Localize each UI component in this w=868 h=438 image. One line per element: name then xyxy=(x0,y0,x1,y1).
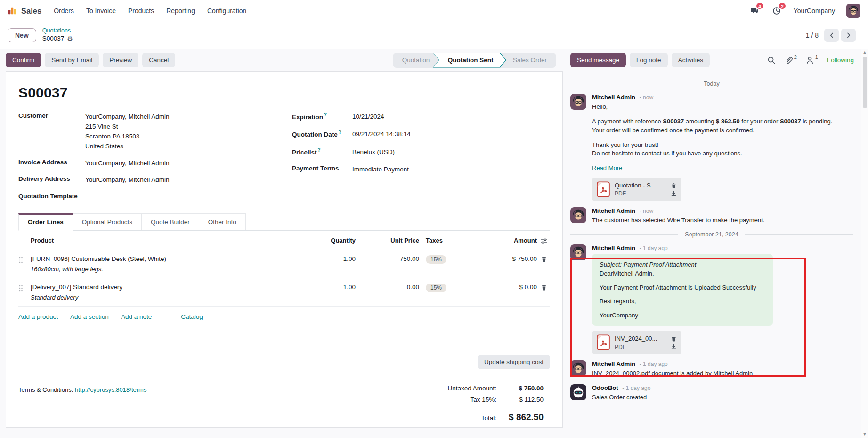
delete-attachment-button[interactable] xyxy=(671,182,677,189)
table-row[interactable]: [FURN_0096] Customizable Desk (Steel, Wh… xyxy=(18,250,550,278)
activities-button[interactable]: Activities xyxy=(672,53,710,67)
delete-row-button[interactable] xyxy=(541,255,547,263)
avatar xyxy=(570,360,586,376)
confirm-button[interactable]: Confirm xyxy=(6,53,41,67)
followers-button[interactable]: 1 xyxy=(806,56,818,65)
trash-icon xyxy=(671,182,677,189)
product-description[interactable]: Standard delivery xyxy=(31,294,299,301)
menu-orders[interactable]: Orders xyxy=(54,7,74,15)
search-messages-button[interactable] xyxy=(767,56,776,65)
table-row[interactable]: [Delivery_007] Standard delivery Standar… xyxy=(18,278,550,307)
quotation-template-value[interactable] xyxy=(85,193,275,200)
download-attachment-button[interactable] xyxy=(671,342,677,349)
log-note-button[interactable]: Log note xyxy=(630,53,668,67)
pricelist-value[interactable]: Benelux (USD) xyxy=(352,147,550,157)
message-author[interactable]: Mitchell Admin xyxy=(592,207,635,214)
message-author[interactable]: Mitchell Admin xyxy=(592,244,635,251)
window-scrollbar[interactable]: ▲ ▼ xyxy=(861,49,868,438)
product-description[interactable]: 160x80cm, with large legs. xyxy=(31,266,299,273)
attachment-card[interactable]: Quotation - S... PDF xyxy=(592,178,681,201)
preview-button[interactable]: Preview xyxy=(103,53,138,67)
untaxed-amount-label: Untaxed Amount: xyxy=(447,385,496,392)
delete-attachment-button[interactable] xyxy=(671,335,677,342)
attachment-card[interactable]: INV_2024_00... PDF xyxy=(592,331,681,354)
following-toggle[interactable]: Following xyxy=(827,57,854,64)
tab-quote-builder[interactable]: Quote Builder xyxy=(142,213,199,230)
message-author[interactable]: OdooBot xyxy=(592,384,618,391)
customer-name-value[interactable]: YourCompany, Mitchell Admin xyxy=(85,112,275,122)
record-actions-gear-icon[interactable]: ⚙ xyxy=(67,35,73,43)
product-name[interactable]: [FURN_0096] Customizable Desk (Steel, Wh… xyxy=(31,255,299,262)
payment-terms-value[interactable]: Immediate Payment xyxy=(352,165,550,174)
pager-previous-button[interactable] xyxy=(824,29,839,42)
catalog-link[interactable]: Catalog xyxy=(181,313,203,320)
tax-badge[interactable]: 15% xyxy=(426,255,446,264)
search-icon xyxy=(767,56,776,65)
col-amount[interactable]: Amount xyxy=(471,237,537,244)
cancel-button[interactable]: Cancel xyxy=(142,53,175,67)
add-a-section-link[interactable]: Add a section xyxy=(70,313,109,320)
activities-badge: 2 xyxy=(778,2,787,10)
totals-block: Untaxed Amount: $ 750.00 Tax 15%: $ 112.… xyxy=(399,380,550,427)
menu-reporting[interactable]: Reporting xyxy=(166,7,195,15)
product-name[interactable]: [Delivery_007] Standard delivery xyxy=(31,284,299,291)
scrollbar-thumb[interactable] xyxy=(863,57,867,108)
col-taxes[interactable]: Taxes xyxy=(419,237,471,244)
pager-next-button[interactable] xyxy=(841,29,856,42)
send-message-button[interactable]: Send message xyxy=(570,53,626,67)
menu-to-invoice[interactable]: To Invoice xyxy=(86,7,116,15)
quotation-date-value[interactable]: 09/21/2024 14:38:14 xyxy=(352,130,550,139)
col-product[interactable]: Product xyxy=(31,237,299,244)
pager-counter: 1 / 8 xyxy=(806,32,819,39)
message-author[interactable]: Mitchell Admin xyxy=(592,360,635,367)
tab-optional-products[interactable]: Optional Products xyxy=(73,213,142,230)
chatter-icons: 2 1 Following xyxy=(767,56,854,65)
unit-price-cell[interactable]: 0.00 xyxy=(356,284,419,291)
tab-order-lines[interactable]: Order Lines xyxy=(18,213,73,231)
company-switcher[interactable]: YourCompany xyxy=(794,7,835,15)
download-attachment-button[interactable] xyxy=(671,189,677,196)
user-avatar[interactable] xyxy=(846,4,860,18)
tax-value: $ 112.50 xyxy=(496,396,544,403)
message-author[interactable]: Mitchell Admin xyxy=(592,94,635,101)
trash-icon xyxy=(671,336,677,342)
status-step-sales-order[interactable]: Sales Order xyxy=(503,53,556,68)
menu-products[interactable]: Products xyxy=(128,7,154,15)
invoice-address-value[interactable]: YourCompany, Mitchell Admin xyxy=(85,159,275,168)
col-unit-price[interactable]: Unit Price xyxy=(356,237,419,244)
unit-price-cell[interactable]: 750.00 xyxy=(356,255,419,262)
delete-row-button[interactable] xyxy=(541,284,547,291)
quantity-cell[interactable]: 1.00 xyxy=(299,284,356,291)
scroll-up-arrow[interactable]: ▲ xyxy=(863,50,867,55)
new-button[interactable]: New xyxy=(8,28,36,42)
terms-link[interactable]: http://cybrosys:8018/terms xyxy=(75,386,146,393)
col-quantity[interactable]: Quantity xyxy=(299,237,356,244)
tax-badge[interactable]: 15% xyxy=(426,284,446,292)
update-shipping-cost-button[interactable]: Update shipping cost xyxy=(478,355,550,369)
send-by-email-button[interactable]: Send by Email xyxy=(45,53,99,67)
attachment-name[interactable]: Quotation - S... xyxy=(615,182,656,189)
activities-menu-button[interactable]: 2 xyxy=(771,5,782,16)
expiration-value[interactable]: 10/21/2024 xyxy=(352,112,550,122)
delivery-address-value[interactable]: YourCompany, Mitchell Admin xyxy=(85,175,275,185)
add-a-product-link[interactable]: Add a product xyxy=(18,313,58,320)
quantity-cell[interactable]: 1.00 xyxy=(299,255,356,262)
tab-other-info[interactable]: Other Info xyxy=(199,213,246,230)
drag-handle-icon[interactable] xyxy=(18,284,31,293)
breadcrumb-quotations-link[interactable]: Quotations xyxy=(42,27,73,35)
message-body: Sales Order created xyxy=(592,393,853,402)
drag-handle-icon[interactable] xyxy=(18,255,31,265)
attachment-name[interactable]: INV_2024_00... xyxy=(615,335,657,342)
quotation-template-label: Quotation Template xyxy=(18,193,85,200)
optional-columns-button[interactable] xyxy=(537,237,551,245)
menu-configuration[interactable]: Configuration xyxy=(207,7,246,15)
app-brand[interactable]: Sales xyxy=(8,6,41,16)
status-step-quotation[interactable]: Quotation xyxy=(393,53,439,68)
app-name: Sales xyxy=(21,7,41,16)
scroll-down-arrow[interactable]: ▼ xyxy=(863,432,867,437)
read-more-link[interactable]: Read More xyxy=(592,164,853,173)
status-step-quotation-sent-active[interactable]: Quotation Sent xyxy=(433,53,506,68)
attachments-button[interactable]: 2 xyxy=(785,56,797,65)
add-a-note-link[interactable]: Add a note xyxy=(121,313,152,320)
messages-menu-button[interactable]: 4 xyxy=(748,5,760,16)
